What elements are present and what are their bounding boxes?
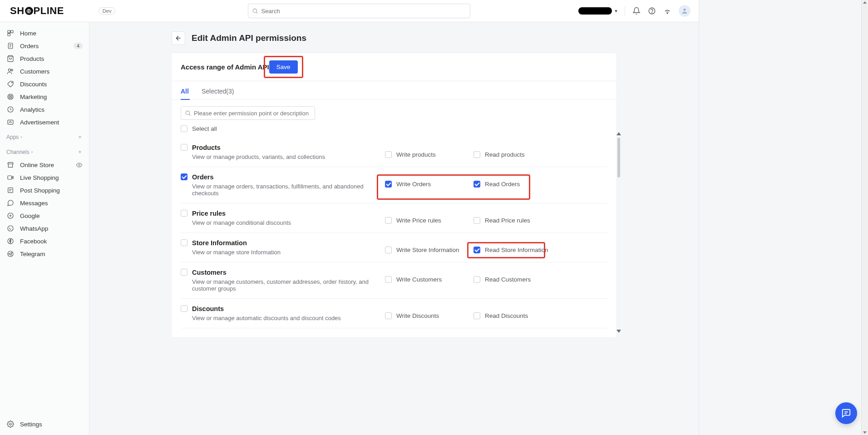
search-icon <box>252 8 258 14</box>
svg-point-15 <box>10 96 11 97</box>
permission-row-orders: Orders View or manage orders, transactio… <box>181 167 607 203</box>
write-label: Write Store Information <box>396 247 459 253</box>
brand-prefix: SH <box>10 5 25 17</box>
permission-search[interactable] <box>181 106 315 120</box>
brand-logo: SH PLINE <box>10 5 64 17</box>
sidebar-item-label: Messages <box>20 200 48 207</box>
read-option: Read products <box>473 151 562 158</box>
section-label: Apps <box>6 134 19 140</box>
sidebar-item-orders[interactable]: Orders 4 <box>0 40 89 52</box>
sidebar-item-label: Products <box>20 55 44 62</box>
sidebar-item-label: Discounts <box>20 81 47 88</box>
scroll-up-arrow-icon[interactable] <box>863 1 867 4</box>
sidebar-item-advertisement[interactable]: Advertisement <box>0 116 89 129</box>
svg-rect-20 <box>8 188 13 193</box>
inner-scrollbar[interactable] <box>617 138 620 178</box>
scroll-down-icon[interactable] <box>616 330 621 333</box>
sidebar-item-live-shopping[interactable]: Live Shopping <box>0 171 89 184</box>
select-all-checkbox[interactable] <box>181 125 187 132</box>
sidebar-item-discounts[interactable]: Discounts <box>0 78 89 90</box>
read-checkbox[interactable] <box>473 181 480 188</box>
chevron-down-icon: ▾ <box>615 8 617 14</box>
sidebar-item-google[interactable]: Google <box>0 209 89 222</box>
write-checkbox[interactable] <box>385 181 392 188</box>
write-checkbox[interactable] <box>385 247 392 253</box>
back-button[interactable] <box>172 31 185 45</box>
sidebar-item-home[interactable]: Home <box>0 27 89 40</box>
chat-fab[interactable] <box>835 402 857 424</box>
browser-scrollbar[interactable] <box>861 0 868 435</box>
permission-name: Store Information <box>192 239 281 247</box>
permission-name: Products <box>192 144 325 151</box>
permission-row-price-rules: Price rules View or manage conditional d… <box>181 203 607 233</box>
sidebar-item-marketing[interactable]: Marketing <box>0 90 89 103</box>
write-option: Write products <box>385 151 473 158</box>
permission-checkbox[interactable] <box>181 210 187 217</box>
read-checkbox[interactable] <box>473 151 480 158</box>
permission-search-input[interactable] <box>194 110 311 117</box>
tab-all[interactable]: All <box>181 88 189 99</box>
account-menu[interactable]: ▾ <box>578 7 617 15</box>
sidebar-item-customers[interactable]: Customers <box>0 65 89 78</box>
read-checkbox[interactable] <box>473 276 480 283</box>
read-option: Read Discounts <box>473 312 562 319</box>
chevron-right-icon: › <box>20 134 22 139</box>
sidebar-item-label: Facebook <box>20 238 47 245</box>
write-checkbox[interactable] <box>385 276 392 283</box>
save-button[interactable]: Save <box>269 60 298 74</box>
permission-checkbox[interactable] <box>181 239 187 246</box>
permission-name: Price rules <box>192 210 291 217</box>
scroll-up-icon[interactable] <box>616 132 621 135</box>
page-title: Edit Admin API permissions <box>192 33 306 43</box>
permission-desc: View or manage orders, transactions, ful… <box>192 183 385 197</box>
write-checkbox[interactable] <box>385 151 392 158</box>
sidebar-item-post-shopping[interactable]: Post Shopping <box>0 184 89 197</box>
sidebar-item-facebook[interactable]: Facebook <box>0 235 89 247</box>
messages-icon <box>6 199 15 207</box>
sidebar-item-settings[interactable]: Settings <box>0 418 89 430</box>
permission-row-products: Products View or manage products, varian… <box>181 138 607 167</box>
svg-point-25 <box>10 423 11 425</box>
wifi-icon[interactable] <box>663 7 671 15</box>
sidebar-section-apps[interactable]: Apps › ＋ <box>0 129 89 143</box>
global-search-input[interactable] <box>261 8 466 15</box>
read-checkbox[interactable] <box>473 312 480 319</box>
sidebar-item-analytics[interactable]: Analytics <box>0 103 89 116</box>
permission-checkbox[interactable] <box>181 305 187 312</box>
permission-checkbox[interactable] <box>181 144 187 151</box>
permission-desc: View or manage store Information <box>192 249 281 256</box>
sidebar-item-whatsapp[interactable]: WhatsApp <box>0 222 89 235</box>
svg-point-12 <box>12 82 13 83</box>
permission-checkbox[interactable] <box>181 173 187 180</box>
eye-icon[interactable] <box>76 162 83 168</box>
plus-icon[interactable]: ＋ <box>77 133 83 141</box>
sidebar-item-telegram[interactable]: Telegram <box>0 247 89 260</box>
permission-checkbox[interactable] <box>181 269 187 276</box>
sidebar-item-label: Telegram <box>20 251 45 257</box>
scroll-down-arrow-icon[interactable] <box>863 431 867 434</box>
facebook-icon <box>6 237 15 245</box>
read-checkbox[interactable] <box>473 247 480 253</box>
sidebar-item-products[interactable]: Products <box>0 52 89 65</box>
svg-rect-8 <box>8 34 10 36</box>
write-label: Write products <box>396 151 436 158</box>
global-search[interactable] <box>248 4 470 18</box>
sidebar-section-channels[interactable]: Channels › ＋ <box>0 143 89 158</box>
write-checkbox[interactable] <box>385 312 392 319</box>
sidebar-item-online-store[interactable]: Online Store <box>0 158 89 171</box>
svg-point-26 <box>186 111 189 114</box>
read-label: Read Discounts <box>485 312 528 319</box>
brand-suffix: PLINE <box>34 5 64 17</box>
google-icon <box>6 212 15 219</box>
svg-point-14 <box>9 95 12 99</box>
help-icon[interactable] <box>648 7 656 15</box>
card-header: Access range of Admin API Save <box>172 53 616 81</box>
sidebar-item-messages[interactable]: Messages <box>0 197 89 209</box>
tab-selected[interactable]: Selected(3) <box>202 88 234 99</box>
avatar[interactable] <box>679 5 690 17</box>
write-checkbox[interactable] <box>385 217 392 224</box>
discounts-icon <box>6 80 15 88</box>
read-checkbox[interactable] <box>473 217 480 224</box>
bell-icon[interactable] <box>632 7 641 15</box>
plus-icon[interactable]: ＋ <box>77 148 83 156</box>
